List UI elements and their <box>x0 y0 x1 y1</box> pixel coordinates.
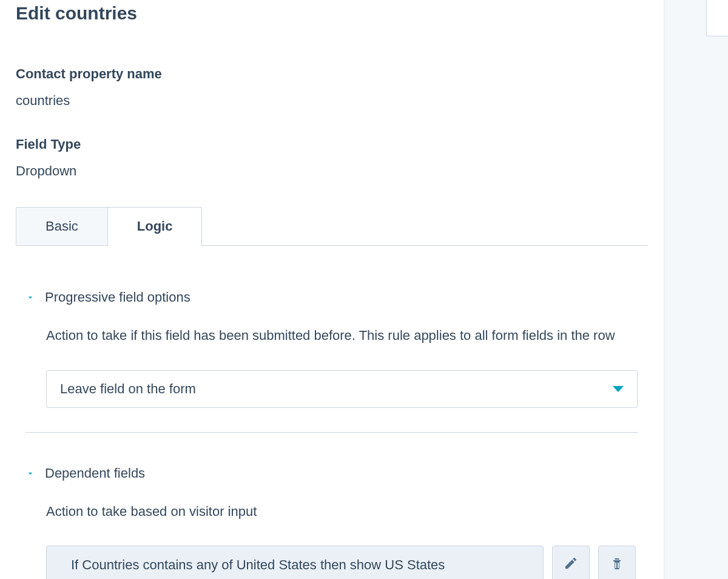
progressive-description: Action to take if this field has been su… <box>46 323 648 348</box>
right-side-card <box>706 0 728 36</box>
progressive-header[interactable]: Progressive field options <box>25 290 648 305</box>
progressive-select-value: Leave field on the form <box>60 381 613 397</box>
dependent-section: Dependent fields Action to take based on… <box>16 466 648 579</box>
progressive-section: Progressive field options Action to take… <box>16 290 648 408</box>
field-type-label: Field Type <box>16 137 648 152</box>
page-title: Edit countries <box>16 3 648 24</box>
dependent-header[interactable]: Dependent fields <box>25 466 648 481</box>
tab-basic[interactable]: Basic <box>16 207 108 245</box>
progressive-action-select[interactable]: Leave field on the form <box>46 370 638 408</box>
field-type-value: Dropdown <box>16 163 648 179</box>
section-divider <box>25 432 638 433</box>
edit-panel: Edit countries Contact property name cou… <box>0 0 664 579</box>
dependent-rule-row: If Countries contains any of United Stat… <box>46 546 648 579</box>
progressive-title: Progressive field options <box>45 290 190 305</box>
dependent-body: Action to take based on visitor input If… <box>25 499 648 579</box>
tabs: Basic Logic <box>16 207 648 246</box>
contact-property-group: Contact property name countries <box>16 66 648 109</box>
right-gutter <box>664 0 728 579</box>
chevron-down-icon <box>25 293 35 302</box>
dependent-rule[interactable]: If Countries contains any of United Stat… <box>46 546 544 579</box>
contact-property-label: Contact property name <box>16 66 648 82</box>
delete-rule-button[interactable] <box>598 546 636 579</box>
contact-property-value: countries <box>16 93 648 109</box>
tab-logic[interactable]: Logic <box>107 207 203 245</box>
dependent-title: Dependent fields <box>45 466 145 481</box>
chevron-down-icon <box>25 469 35 478</box>
trash-icon <box>610 556 624 573</box>
dependent-description: Action to take based on visitor input <box>46 499 648 524</box>
field-type-group: Field Type Dropdown <box>16 137 648 179</box>
progressive-body: Action to take if this field has been su… <box>25 323 648 408</box>
caret-down-icon <box>613 386 624 392</box>
pencil-icon <box>564 556 578 573</box>
edit-rule-button[interactable] <box>552 546 590 579</box>
